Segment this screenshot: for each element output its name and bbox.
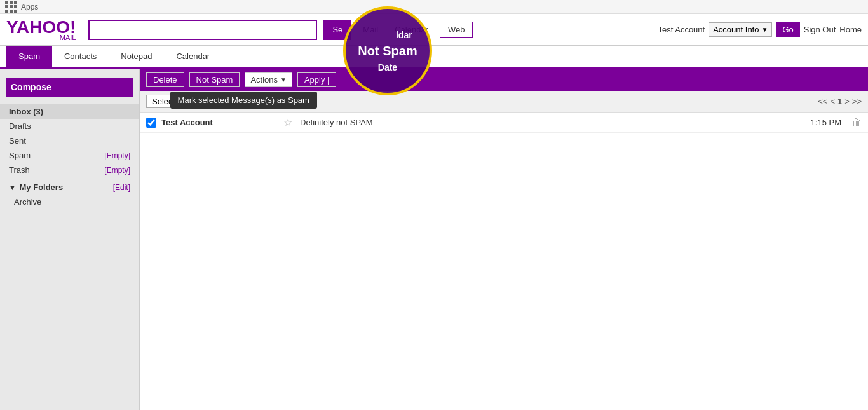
web-link[interactable]: Web xyxy=(440,22,473,38)
home-link[interactable]: Home xyxy=(839,25,862,34)
user-label: Test Account xyxy=(658,25,705,34)
star-icon[interactable]: ☆ xyxy=(283,116,292,128)
sign-out-link[interactable]: Sign Out xyxy=(804,25,836,34)
my-folders-header[interactable]: ▼ My Folders [Edit] xyxy=(0,177,139,195)
tab-contacts[interactable]: Contacts xyxy=(52,46,109,67)
compose-button[interactable]: Compose xyxy=(6,78,133,97)
first-page-icon[interactable]: << xyxy=(818,97,827,106)
table-row[interactable]: Test Account ☆ Definitely not SPAM 1:15 … xyxy=(140,113,868,133)
chevron-down-icon: ▼ xyxy=(280,76,287,83)
sidebar-item-trash[interactable]: Trash [Empty] xyxy=(0,163,139,177)
email-checkbox[interactable] xyxy=(146,118,156,128)
apply-button[interactable]: Apply | xyxy=(297,72,337,87)
email-time: 1:15 PM xyxy=(811,118,841,127)
spam-label: Spam xyxy=(9,151,31,160)
my-folders-edit[interactable]: [Edit] xyxy=(113,183,130,192)
current-page: 1 xyxy=(837,97,842,106)
account-info-label: Account Info xyxy=(713,25,759,34)
sidebar-item-inbox[interactable]: Inbox (3) xyxy=(0,104,139,119)
not-spam-button[interactable]: Not Spam xyxy=(189,72,240,87)
sidebar-item-drafts[interactable]: Drafts xyxy=(0,119,139,133)
search-button[interactable]: Se xyxy=(323,20,351,40)
prev-page-icon[interactable]: < xyxy=(830,97,835,106)
calendar-link[interactable]: Calendar xyxy=(390,22,433,37)
email-sender: Test Account xyxy=(161,118,276,127)
search-input[interactable] xyxy=(88,20,317,40)
my-folders-label: ▼ My Folders xyxy=(9,182,63,192)
mail-link[interactable]: Mail xyxy=(358,22,383,37)
trash-empty-action[interactable]: [Empty] xyxy=(104,166,130,175)
apps-label: Apps xyxy=(21,3,38,11)
actions-dropdown[interactable]: Actions ▼ xyxy=(245,72,292,87)
drafts-label: Drafts xyxy=(9,121,31,131)
yahoo-logo: YAHOO! MAIL xyxy=(6,18,76,41)
trash-label: Trash xyxy=(9,165,30,175)
delete-button[interactable]: Delete xyxy=(146,72,184,87)
next-page-icon[interactable]: > xyxy=(844,97,850,106)
tab-notepad[interactable]: Notepad xyxy=(109,46,164,67)
sidebar-item-spam[interactable]: Spam [Empty] xyxy=(0,148,139,163)
spam-empty-action[interactable]: [Empty] xyxy=(104,151,130,160)
last-page-icon[interactable]: >> xyxy=(852,97,862,106)
sidebar-item-sent[interactable]: Sent xyxy=(0,133,139,148)
tooltip-box: Mark selected Message(s) as Spam xyxy=(170,92,317,109)
sent-label: Sent xyxy=(9,136,26,146)
go-button[interactable]: Go xyxy=(776,22,799,37)
account-info-dropdown[interactable]: Account Info ▼ xyxy=(709,22,772,37)
apps-grid-icon xyxy=(5,1,17,13)
email-subject: Definitely not SPAM xyxy=(300,118,806,127)
delete-icon[interactable]: 🗑 xyxy=(851,117,862,128)
tab-calendar[interactable]: Calendar xyxy=(164,46,222,67)
chevron-down-icon: ▼ xyxy=(761,26,768,33)
actions-label: Actions xyxy=(250,75,278,85)
tab-spam[interactable]: Spam xyxy=(6,46,52,67)
sidebar-item-archive[interactable]: Archive xyxy=(0,195,139,209)
inbox-label: Inbox (3) xyxy=(9,107,43,116)
